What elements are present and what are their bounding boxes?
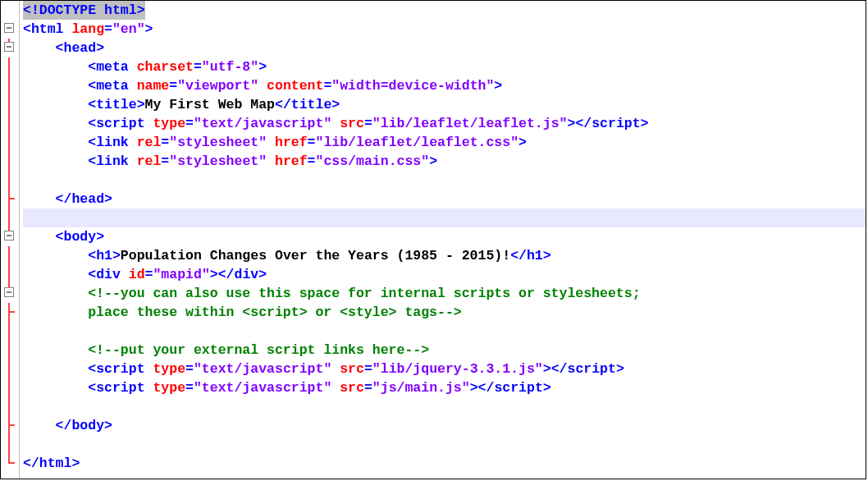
token-txt xyxy=(267,133,275,152)
fold-toggle-icon[interactable] xyxy=(4,287,14,297)
gutter-line xyxy=(1,360,19,378)
code-line[interactable]: <meta charset="utf-8"> xyxy=(23,57,866,76)
token-str: "lib/leaflet/leaflet.css" xyxy=(316,133,519,152)
token-kw: > xyxy=(258,265,267,284)
token-kw: < xyxy=(88,57,96,76)
token-str: "text/javascript" xyxy=(194,360,331,378)
token-str: "css/main.css" xyxy=(316,152,430,171)
fold-guide xyxy=(8,133,10,152)
code-line[interactable]: <script type="text/javascript" src="lib/… xyxy=(23,360,866,378)
code-line[interactable]: </html> xyxy=(23,454,866,473)
token-kw: div xyxy=(96,265,121,284)
token-kw: < xyxy=(88,378,96,397)
token-kw: script xyxy=(592,114,640,133)
token-kw: script xyxy=(96,360,144,378)
token-kw: < xyxy=(23,20,31,39)
token-kw: h1 xyxy=(96,246,112,265)
gutter-line xyxy=(1,227,19,246)
token-attr: rel xyxy=(137,133,162,152)
gutter-line xyxy=(1,95,19,114)
token-kw: > xyxy=(429,152,437,171)
token-kw: body xyxy=(71,416,104,435)
token-kw: < xyxy=(56,227,64,246)
code-line[interactable] xyxy=(23,435,866,454)
code-line[interactable]: place these within <script> or <style> t… xyxy=(23,303,866,322)
fold-toggle-icon[interactable] xyxy=(4,42,14,52)
code-line[interactable]: </head> xyxy=(23,190,866,208)
token-kw: = xyxy=(364,360,372,378)
code-line[interactable] xyxy=(23,322,866,341)
code-line[interactable]: <html lang="en"> xyxy=(23,20,866,39)
token-kw: > xyxy=(96,227,104,246)
gutter-line xyxy=(1,208,19,227)
token-kw: > xyxy=(494,76,502,95)
token-kw: = xyxy=(161,133,169,152)
token-attr: src xyxy=(340,360,364,378)
token-kw xyxy=(96,1,104,20)
token-str: "stylesheet" xyxy=(169,133,267,152)
gutter-line xyxy=(1,246,19,265)
token-kw: > xyxy=(96,39,104,57)
code-line[interactable]: <head> xyxy=(23,39,866,57)
code-line[interactable]: <link rel="stylesheet" href="css/main.cs… xyxy=(23,152,866,171)
token-cm: <!--put your external script links here-… xyxy=(88,341,429,360)
token-txt xyxy=(129,76,137,95)
fold-toggle-icon[interactable] xyxy=(4,231,14,240)
code-line[interactable]: <h1>Population Changes Over the Years (1… xyxy=(23,246,866,265)
code-line[interactable]: <script type="text/javascript" src="lib/… xyxy=(23,114,866,133)
token-str: "text/javascript" xyxy=(194,378,331,397)
token-kw: > xyxy=(112,246,121,265)
token-kw: </ xyxy=(218,265,235,284)
code-line[interactable]: <!--you can also use this space for inte… xyxy=(23,284,866,303)
token-kw: > xyxy=(543,246,551,265)
token-attr: type xyxy=(153,114,185,133)
code-line[interactable]: <div id="mapid"></div> xyxy=(23,265,866,284)
code-line[interactable]: <meta name="viewport" content="width=dev… xyxy=(23,76,866,95)
token-txt xyxy=(121,265,129,284)
token-attr: type xyxy=(153,378,185,397)
fold-guide xyxy=(8,397,10,416)
fold-guide xyxy=(8,76,10,95)
token-kw: meta xyxy=(96,76,129,95)
code-area[interactable]: <!DOCTYPE html><html lang="en"> <head> <… xyxy=(20,1,866,479)
gutter-line xyxy=(1,397,19,416)
token-kw: < xyxy=(88,246,96,265)
token-kw: < xyxy=(88,360,96,378)
token-txt: My First Web Map xyxy=(145,95,275,114)
code-line[interactable]: <!DOCTYPE html> xyxy=(23,1,866,20)
token-kw: script xyxy=(96,114,144,133)
token-kw: = xyxy=(194,57,202,76)
token-attr: href xyxy=(275,152,308,171)
token-str: "text/javascript" xyxy=(194,114,331,133)
token-kw: </ xyxy=(478,378,495,397)
fold-guide xyxy=(8,114,10,133)
fold-guide xyxy=(8,435,10,454)
token-kw: > xyxy=(104,190,112,208)
code-line[interactable] xyxy=(23,171,866,190)
gutter-line xyxy=(1,435,19,454)
code-line[interactable]: </body> xyxy=(23,416,866,435)
code-editor[interactable]: <!DOCTYPE html><html lang="en"> <head> <… xyxy=(1,1,866,479)
token-kw: </ xyxy=(56,190,72,208)
fold-guide xyxy=(8,171,10,190)
token-kw: = xyxy=(308,133,316,152)
code-line[interactable]: <link rel="stylesheet" href="lib/leaflet… xyxy=(23,133,866,152)
code-line[interactable]: <title>My First Web Map</title> xyxy=(23,95,866,114)
code-line[interactable]: <script type="text/javascript" src="js/m… xyxy=(23,378,866,397)
token-kw: = xyxy=(364,378,372,397)
fold-guide xyxy=(8,95,10,114)
token-kw: < xyxy=(88,114,96,133)
gutter-line xyxy=(1,76,19,95)
code-line[interactable] xyxy=(23,397,866,416)
code-line[interactable]: <body> xyxy=(23,227,866,246)
fold-toggle-icon[interactable] xyxy=(4,23,14,33)
code-line[interactable]: <!--put your external script links here-… xyxy=(23,341,866,360)
fold-guide xyxy=(8,57,10,76)
token-txt xyxy=(145,360,153,378)
token-kw: > xyxy=(567,114,575,133)
fold-gutter[interactable] xyxy=(1,1,20,479)
code-line[interactable] xyxy=(23,208,866,227)
gutter-line xyxy=(1,303,19,322)
token-kw: > xyxy=(71,454,80,473)
token-attr: src xyxy=(340,378,364,397)
